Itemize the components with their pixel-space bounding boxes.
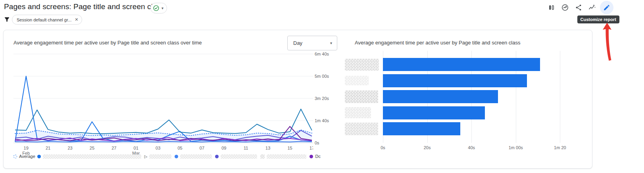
bar-row <box>345 74 585 87</box>
bar-plot: 0s20s40s1m 00s1m 20 <box>345 51 585 151</box>
redacted-legend-text <box>180 154 212 159</box>
bar <box>383 90 498 103</box>
redacted-swatch-icon <box>260 154 265 159</box>
legend-label: Dc <box>315 154 320 159</box>
y-axis-label: 1m 40s <box>315 118 329 123</box>
svg-text:13: 13 <box>265 146 270 150</box>
redacted-category-label <box>345 107 371 118</box>
bar <box>383 122 460 135</box>
redacted-legend-text <box>221 154 257 159</box>
average-dashed-circle-icon <box>13 155 17 158</box>
series-dot-icon <box>175 155 178 158</box>
filter-chip-label: Session default channel gr... <box>17 17 71 22</box>
redacted-category-label <box>345 76 369 85</box>
bar-x-axis-label: 0s <box>381 145 385 150</box>
y-axis-label: 0s <box>315 140 319 145</box>
customize-report-icon[interactable] <box>600 1 613 14</box>
granularity-value: Day <box>293 40 302 46</box>
legend-item[interactable]: Dc <box>310 154 320 159</box>
redacted-legend-text <box>149 154 171 159</box>
filter-bar: Session default channel gr... ✕ <box>4 15 82 25</box>
filter-chip[interactable]: Session default channel gr... ✕ <box>12 15 82 25</box>
bar <box>383 74 527 87</box>
y-axis-label: 3m 20s <box>315 96 329 101</box>
explore-sparkle-icon[interactable] <box>586 2 597 13</box>
report-toolbar <box>546 1 613 14</box>
line-chart: 19Feb2123252701Mar0305070911131517 <box>13 51 313 156</box>
svg-text:25: 25 <box>90 146 94 150</box>
bar <box>383 58 540 71</box>
bar-x-axis-label: 1m 20 <box>554 145 566 150</box>
svg-text:19: 19 <box>24 146 29 150</box>
svg-text:17: 17 <box>310 146 313 150</box>
series-dot-icon <box>310 155 313 158</box>
svg-text:09: 09 <box>221 146 226 150</box>
granularity-select[interactable]: Day ▾ <box>287 36 337 50</box>
line-chart-title: Average engagement time per active user … <box>13 40 202 46</box>
svg-text:05: 05 <box>177 146 182 150</box>
svg-text:11: 11 <box>244 146 248 150</box>
redacted-category-label <box>345 59 379 71</box>
page-title: Pages and screens: Page title and screen… <box>4 2 165 11</box>
check-circle-icon <box>153 5 160 12</box>
annotation-arrow-icon <box>600 23 614 62</box>
series-dot-icon <box>215 155 219 158</box>
close-icon[interactable]: ✕ <box>75 17 78 22</box>
share-icon[interactable] <box>573 2 584 13</box>
bar-row <box>345 122 585 135</box>
chevron-down-icon: ▾ <box>161 6 163 10</box>
bar-x-axis-label: 20s <box>424 145 431 150</box>
legend-item[interactable] <box>215 154 257 159</box>
redacted-category-label <box>345 90 378 103</box>
bar-x-axis-label: 40s <box>468 145 475 150</box>
redacted-legend-text <box>43 154 141 159</box>
bar-row <box>345 106 585 119</box>
bar <box>383 106 485 119</box>
legend-item[interactable]: ▷ <box>144 154 172 159</box>
bar-row <box>345 90 585 103</box>
ga-pages-screens-report: Pages and screens: Page title and screen… <box>0 0 644 173</box>
legend-item[interactable] <box>175 154 212 159</box>
legend-label: Average <box>19 154 35 159</box>
svg-text:23: 23 <box>67 146 72 150</box>
bar-chart-title: Average engagement time per active user … <box>355 40 520 46</box>
redacted-legend-text <box>267 154 306 159</box>
svg-text:21: 21 <box>46 146 50 150</box>
insights-icon[interactable] <box>559 2 570 13</box>
series-dot-icon <box>37 155 41 158</box>
filter-funnel-icon <box>4 16 10 23</box>
line-chart-legend: Average▷Dc <box>13 153 321 160</box>
bar-x-axis-label: 1m 00s <box>509 145 523 150</box>
svg-text:07: 07 <box>200 146 204 150</box>
y-axis-label: 6m 40s <box>315 52 329 56</box>
svg-text:15: 15 <box>287 146 292 150</box>
y-axis-label: 5m 00s <box>315 74 329 79</box>
legend-item[interactable]: Average <box>13 154 141 159</box>
line-chart-y-axis: 6m 40s5m 00s3m 20s1m 40s0s <box>315 51 333 146</box>
report-status-dropdown[interactable]: ▾ <box>150 3 167 13</box>
svg-text:03: 03 <box>156 146 160 150</box>
comparison-icon[interactable] <box>546 2 557 13</box>
svg-text:01: 01 <box>134 146 138 150</box>
customize-report-tooltip: Customize report <box>577 15 619 23</box>
charts-card: Average engagement time per active user … <box>3 30 592 169</box>
triangle-icon: ▷ <box>144 154 148 159</box>
legend-item[interactable] <box>260 154 306 159</box>
bar-row <box>345 58 585 71</box>
redacted-category-label <box>345 123 378 135</box>
svg-text:27: 27 <box>111 146 116 150</box>
chevron-down-icon: ▾ <box>330 41 332 45</box>
